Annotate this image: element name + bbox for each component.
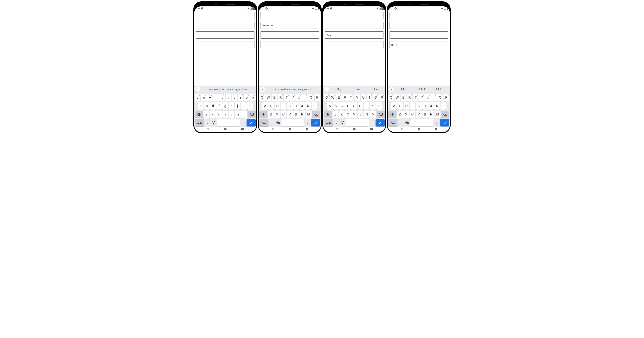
space-key[interactable] xyxy=(346,119,369,126)
text-input-1[interactable] xyxy=(196,12,254,19)
key-u[interactable]: U7 xyxy=(361,94,366,101)
key-f[interactable]: f xyxy=(216,102,222,110)
key-p[interactable]: P0 xyxy=(379,94,385,101)
backspace-key[interactable] xyxy=(441,111,449,118)
text-input-3[interactable] xyxy=(196,32,254,39)
key-a[interactable]: a xyxy=(198,102,204,110)
suggestion-word[interactable]: HEL xyxy=(395,87,413,91)
text-input-1[interactable] xyxy=(390,12,448,19)
comma-key[interactable]: , xyxy=(204,119,210,126)
key-d[interactable]: D xyxy=(339,102,345,110)
enter-key[interactable] xyxy=(311,119,320,126)
emoji-key[interactable] xyxy=(275,119,281,126)
key-m[interactable]: m xyxy=(241,111,247,118)
nav-home-icon[interactable] xyxy=(353,128,356,131)
key-u[interactable]: u7 xyxy=(232,94,237,101)
key-y[interactable]: Y6 xyxy=(354,94,360,101)
key-e[interactable]: e3 xyxy=(207,94,213,101)
space-key[interactable] xyxy=(282,119,304,126)
enter-key[interactable] xyxy=(440,119,449,126)
key-k[interactable]: K xyxy=(370,102,375,110)
key-q[interactable]: Q1 xyxy=(259,94,265,101)
period-key[interactable]: . xyxy=(369,119,375,126)
key-j[interactable]: J xyxy=(364,102,369,110)
comma-key[interactable]: , xyxy=(398,119,404,126)
emoji-key[interactable] xyxy=(340,119,346,126)
keyboard-switch-icon[interactable] xyxy=(252,129,254,132)
suggestion-expand-button[interactable] xyxy=(260,87,265,92)
nav-back-icon[interactable] xyxy=(271,127,274,131)
key-h[interactable]: h xyxy=(229,102,234,110)
text-input-3[interactable]: First xyxy=(325,32,384,39)
key-x[interactable]: X xyxy=(274,111,280,118)
text-input-3[interactable] xyxy=(390,32,448,39)
nav-recent-icon[interactable] xyxy=(306,128,308,131)
key-t[interactable]: T5 xyxy=(413,94,418,101)
key-e[interactable]: E3 xyxy=(272,94,277,101)
key-b[interactable]: B xyxy=(422,111,428,118)
key-m[interactable]: M xyxy=(306,111,312,118)
key-v[interactable]: V xyxy=(287,111,292,118)
key-o[interactable]: O9 xyxy=(308,94,314,101)
backspace-key[interactable] xyxy=(248,111,256,118)
key-u[interactable]: U7 xyxy=(425,94,431,101)
key-r[interactable]: R4 xyxy=(342,94,348,101)
keyboard-switch-icon[interactable] xyxy=(445,129,448,132)
keyboard-switch-icon[interactable] xyxy=(381,129,384,132)
comma-key[interactable]: , xyxy=(334,119,339,126)
key-c[interactable]: C xyxy=(281,111,286,118)
nav-back-icon[interactable] xyxy=(400,127,403,131)
key-n[interactable]: n xyxy=(235,111,240,118)
symbols-key[interactable]: ?123 xyxy=(195,119,204,126)
key-j[interactable]: j xyxy=(235,102,240,110)
key-r[interactable]: R4 xyxy=(407,94,412,101)
period-key[interactable]: . xyxy=(240,119,246,126)
text-input-4[interactable]: HEL xyxy=(390,41,448,48)
key-n[interactable]: N xyxy=(428,111,434,118)
key-n[interactable]: N xyxy=(364,111,370,118)
text-input-2[interactable] xyxy=(196,22,254,29)
symbols-key[interactable]: ?123 xyxy=(388,119,398,126)
key-v[interactable]: v xyxy=(222,111,228,118)
key-w[interactable]: W2 xyxy=(394,94,400,101)
key-a[interactable]: A xyxy=(327,102,332,110)
text-input-2[interactable]: Sentence. xyxy=(260,22,319,29)
key-t[interactable]: T5 xyxy=(284,94,290,101)
key-x[interactable]: X xyxy=(403,111,409,118)
key-q[interactable]: Q1 xyxy=(324,94,330,101)
shift-key[interactable] xyxy=(388,111,396,118)
key-r[interactable]: R4 xyxy=(278,94,283,101)
suggestion-expand-button[interactable] xyxy=(389,87,394,92)
key-z[interactable]: Z xyxy=(268,111,274,118)
key-s[interactable]: S xyxy=(333,102,338,110)
key-t[interactable]: t5 xyxy=(219,94,225,101)
key-z[interactable]: Z xyxy=(332,111,338,118)
key-g[interactable]: g xyxy=(222,102,228,110)
key-i[interactable]: I8 xyxy=(431,94,437,101)
key-c[interactable]: C xyxy=(410,111,415,118)
emoji-key[interactable] xyxy=(404,119,410,126)
key-g[interactable]: G xyxy=(416,102,422,110)
key-b[interactable]: B xyxy=(358,111,363,118)
key-m[interactable]: M xyxy=(370,111,376,118)
key-v[interactable]: V xyxy=(416,111,422,118)
text-input-2[interactable] xyxy=(325,22,384,29)
backspace-key[interactable] xyxy=(312,111,320,118)
shift-key[interactable] xyxy=(324,111,332,118)
key-w[interactable]: W2 xyxy=(266,94,271,101)
suggestion-word[interactable]: Time xyxy=(348,87,366,91)
key-k[interactable]: K xyxy=(434,102,440,110)
key-d[interactable]: d xyxy=(210,102,216,110)
nav-recent-icon[interactable] xyxy=(241,128,244,131)
key-i[interactable]: i8 xyxy=(238,94,243,101)
key-z[interactable]: Z xyxy=(397,111,403,118)
key-f[interactable]: F xyxy=(345,102,351,110)
key-x[interactable]: x xyxy=(210,111,216,118)
comma-key[interactable]: , xyxy=(269,119,275,126)
key-k[interactable]: k xyxy=(241,102,246,110)
key-b[interactable]: B xyxy=(293,111,299,118)
text-input-1[interactable] xyxy=(260,12,319,19)
key-r[interactable]: r4 xyxy=(213,94,219,101)
key-v[interactable]: V xyxy=(352,111,357,118)
key-l[interactable]: L xyxy=(312,102,317,110)
